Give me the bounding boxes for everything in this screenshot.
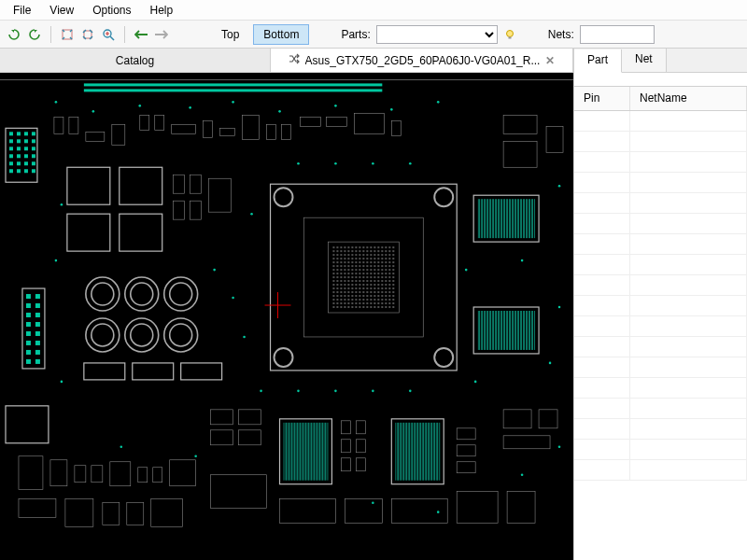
table-row[interactable] (574, 193, 747, 214)
parts-select[interactable] (376, 25, 498, 44)
svg-rect-68 (67, 214, 110, 251)
pcb-canvas[interactable] (0, 73, 573, 560)
table-row[interactable] (574, 275, 747, 296)
svg-rect-51 (69, 117, 78, 133)
arrow-left-icon[interactable] (133, 26, 149, 43)
menu-view[interactable]: View (42, 2, 81, 19)
svg-rect-15 (32, 139, 35, 143)
svg-rect-22 (24, 154, 28, 158)
svg-rect-31 (32, 169, 35, 173)
table-row[interactable] (574, 255, 747, 275)
svg-rect-38 (35, 313, 40, 317)
table-row[interactable] (574, 152, 747, 173)
table-row[interactable] (574, 399, 747, 419)
right-tabs: Part Net (574, 49, 747, 73)
svg-rect-37 (26, 313, 31, 317)
nets-input[interactable] (580, 25, 655, 44)
zoom-in-icon[interactable] (100, 26, 117, 43)
svg-point-163 (465, 269, 468, 272)
svg-rect-28 (9, 169, 13, 173)
svg-rect-55 (155, 115, 164, 130)
svg-point-108 (434, 188, 453, 206)
svg-point-180 (334, 390, 337, 393)
svg-rect-49 (6, 406, 49, 443)
svg-rect-116 (477, 311, 535, 350)
tab-net[interactable]: Net (622, 49, 667, 72)
svg-rect-123 (341, 440, 350, 453)
svg-point-78 (131, 283, 153, 305)
tab-part[interactable]: Part (574, 49, 622, 73)
svg-rect-98 (19, 499, 56, 518)
menu-file[interactable]: File (6, 2, 38, 19)
zoom-selection-icon[interactable] (79, 26, 96, 43)
svg-rect-42 (35, 331, 40, 336)
svg-rect-138 (211, 430, 233, 445)
svg-rect-8 (9, 132, 13, 135)
table-row[interactable] (574, 296, 747, 316)
parts-group: Parts: (341, 25, 515, 44)
svg-rect-72 (174, 201, 185, 219)
svg-rect-36 (35, 303, 40, 308)
svg-rect-52 (86, 132, 105, 141)
svg-rect-25 (17, 161, 21, 165)
table-row[interactable] (574, 378, 747, 399)
svg-point-170 (437, 511, 440, 513)
arrow-right-icon[interactable] (153, 26, 170, 43)
svg-rect-21 (17, 154, 21, 158)
table-row[interactable] (574, 234, 747, 255)
svg-rect-58 (220, 128, 235, 135)
svg-rect-145 (507, 492, 535, 524)
col-netname[interactable]: NetName (630, 87, 747, 110)
svg-rect-134 (539, 410, 557, 428)
svg-point-165 (521, 259, 524, 262)
svg-rect-102 (151, 499, 183, 527)
svg-rect-47 (26, 359, 31, 364)
redo-icon[interactable] (26, 26, 43, 43)
zoom-fit-icon[interactable] (59, 26, 76, 43)
svg-point-181 (372, 390, 374, 393)
svg-rect-92 (75, 466, 86, 483)
table-row[interactable] (574, 460, 747, 481)
col-pin[interactable]: Pin (574, 87, 630, 110)
tab-file-label: Asus_GTX750_2GD5_60PA06J0-VG0A01_R... (305, 54, 541, 67)
svg-rect-121 (341, 421, 350, 434)
svg-rect-61 (282, 124, 291, 139)
tab-catalog[interactable]: Catalog (0, 49, 271, 72)
table-row[interactable] (574, 419, 747, 440)
layer-bottom-button[interactable]: Bottom (253, 24, 309, 45)
table-row[interactable] (574, 357, 747, 378)
svg-point-150 (232, 101, 234, 104)
svg-point-109 (275, 348, 293, 367)
table-row[interactable] (574, 111, 747, 132)
svg-point-159 (232, 297, 234, 300)
right-panel: Part Net Pin NetName (574, 49, 747, 560)
svg-point-160 (243, 336, 246, 339)
tab-board-file[interactable]: Asus_GTX750_2GD5_60PA06J0-VG0A01_R... ✕ (271, 49, 573, 72)
table-row[interactable] (574, 316, 747, 337)
menu-help[interactable]: Help (143, 2, 181, 19)
svg-point-76 (92, 283, 114, 305)
svg-rect-6 (84, 89, 382, 91)
svg-point-168 (194, 455, 197, 457)
svg-rect-114 (477, 199, 535, 238)
svg-rect-142 (345, 499, 382, 524)
menu-options[interactable]: Options (85, 2, 138, 19)
svg-rect-70 (174, 175, 185, 193)
table-row[interactable] (574, 337, 747, 357)
svg-rect-137 (239, 410, 261, 425)
main-area: Catalog Asus_GTX750_2GD5_60PA06J0-VG0A01… (0, 49, 747, 560)
svg-rect-141 (280, 499, 336, 524)
bulb-icon[interactable] (503, 28, 516, 41)
table-row[interactable] (574, 214, 747, 234)
svg-rect-44 (35, 341, 40, 345)
table-row[interactable] (574, 440, 747, 460)
svg-point-174 (558, 445, 561, 448)
close-icon[interactable]: ✕ (545, 54, 555, 67)
undo-icon[interactable] (6, 26, 22, 43)
table-row[interactable] (574, 132, 747, 152)
svg-rect-50 (54, 117, 63, 133)
svg-rect-90 (19, 456, 43, 490)
svg-point-162 (260, 390, 262, 393)
layer-top-button[interactable]: Top (211, 24, 249, 45)
table-row[interactable] (574, 173, 747, 193)
